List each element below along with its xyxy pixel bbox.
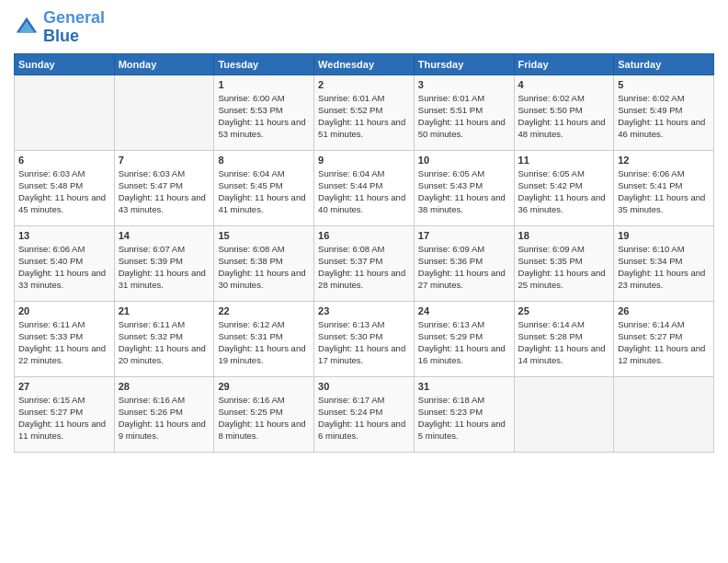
day-header-row: SundayMondayTuesdayWednesdayThursdayFrid… [15,53,714,75]
sunrise: Sunrise: 6:08 AM [318,244,384,254]
logo: General Blue [14,9,105,46]
calendar-cell: 10Sunrise: 6:05 AMSunset: 5:43 PMDayligh… [414,150,514,225]
day-header-saturday: Saturday [614,53,714,75]
daylight: Daylight: 11 hours and 36 minutes. [518,192,606,214]
day-number: 28 [119,380,210,394]
sunrise: Sunrise: 6:05 AM [418,168,484,178]
sunset: Sunset: 5:49 PM [618,105,682,115]
sunset: Sunset: 5:31 PM [218,331,282,341]
day-number: 10 [418,154,510,167]
day-number: 25 [518,304,610,318]
sunset: Sunset: 5:29 PM [418,331,483,341]
sunset: Sunset: 5:45 PM [218,180,282,190]
sunrise: Sunrise: 6:10 AM [618,244,684,254]
page-container: General Blue SundayMondayTuesdayWednesda… [0,0,728,462]
day-number: 23 [318,304,410,318]
sunrise: Sunrise: 6:06 AM [18,244,85,254]
week-row-5: 27Sunrise: 6:15 AMSunset: 5:27 PMDayligh… [15,376,714,452]
calendar-cell: 15Sunrise: 6:08 AMSunset: 5:38 PMDayligh… [214,225,314,301]
daylight: Daylight: 11 hours and 40 minutes. [318,192,405,214]
week-row-2: 6Sunrise: 6:03 AMSunset: 5:48 PMDaylight… [15,150,714,225]
sunrise: Sunrise: 6:02 AM [518,93,585,103]
daylight: Daylight: 11 hours and 20 minutes. [119,343,206,365]
calendar-cell: 2Sunrise: 6:01 AMSunset: 5:52 PMDaylight… [314,75,415,150]
sunset: Sunset: 5:53 PM [218,105,282,115]
calendar-cell [514,376,614,452]
daylight: Daylight: 11 hours and 22 minutes. [18,343,106,365]
sunrise: Sunrise: 6:14 AM [518,319,585,329]
sunrise: Sunrise: 6:06 AM [618,168,684,178]
day-number: 4 [518,78,610,92]
calendar-cell: 25Sunrise: 6:14 AMSunset: 5:28 PMDayligh… [514,301,614,376]
sunset: Sunset: 5:41 PM [618,180,682,190]
day-number: 31 [418,380,510,394]
header: General Blue [14,9,714,46]
daylight: Daylight: 11 hours and 5 minutes. [418,419,506,441]
sunrise: Sunrise: 6:01 AM [418,93,484,103]
calendar-cell: 22Sunrise: 6:12 AMSunset: 5:31 PMDayligh… [214,301,314,376]
day-number: 19 [618,229,710,243]
sunrise: Sunrise: 6:11 AM [18,319,85,329]
day-number: 8 [218,154,310,167]
calendar-cell: 18Sunrise: 6:09 AMSunset: 5:35 PMDayligh… [514,225,614,301]
sunrise: Sunrise: 6:08 AM [218,244,284,254]
calendar-cell [114,75,214,150]
sunrise: Sunrise: 6:07 AM [119,244,185,254]
day-number: 17 [418,229,510,243]
day-number: 16 [318,229,410,243]
daylight: Daylight: 11 hours and 53 minutes. [218,117,305,139]
calendar-cell [15,75,115,150]
calendar-table: SundayMondayTuesdayWednesdayThursdayFrid… [14,53,714,453]
calendar-cell: 8Sunrise: 6:04 AMSunset: 5:45 PMDaylight… [214,150,314,225]
day-number: 2 [318,78,410,92]
calendar-cell: 27Sunrise: 6:15 AMSunset: 5:27 PMDayligh… [15,376,115,452]
calendar-cell: 17Sunrise: 6:09 AMSunset: 5:36 PMDayligh… [414,225,514,301]
logo-text: General Blue [43,9,105,46]
week-row-4: 20Sunrise: 6:11 AMSunset: 5:33 PMDayligh… [15,301,714,376]
day-number: 29 [218,380,310,394]
daylight: Daylight: 11 hours and 9 minutes. [119,419,206,441]
sunrise: Sunrise: 6:11 AM [119,319,185,329]
daylight: Daylight: 11 hours and 38 minutes. [418,192,506,214]
daylight: Daylight: 11 hours and 27 minutes. [418,268,506,290]
daylight: Daylight: 11 hours and 8 minutes. [218,419,305,441]
day-number: 7 [119,154,210,167]
daylight: Daylight: 11 hours and 12 minutes. [618,343,705,365]
calendar-cell: 30Sunrise: 6:17 AMSunset: 5:24 PMDayligh… [314,376,415,452]
day-number: 20 [18,304,110,318]
sunset: Sunset: 5:25 PM [218,407,282,417]
daylight: Daylight: 11 hours and 25 minutes. [518,268,606,290]
sunrise: Sunrise: 6:17 AM [318,395,384,405]
day-number: 13 [18,229,110,243]
sunset: Sunset: 5:24 PM [318,407,382,417]
calendar-cell: 11Sunrise: 6:05 AMSunset: 5:42 PMDayligh… [514,150,614,225]
daylight: Daylight: 11 hours and 14 minutes. [518,343,606,365]
daylight: Daylight: 11 hours and 33 minutes. [18,268,106,290]
day-number: 3 [418,78,510,92]
day-header-tuesday: Tuesday [214,53,314,75]
daylight: Daylight: 11 hours and 43 minutes. [119,192,206,214]
daylight: Daylight: 11 hours and 41 minutes. [218,192,305,214]
sunset: Sunset: 5:47 PM [119,180,183,190]
sunrise: Sunrise: 6:16 AM [119,395,185,405]
sunset: Sunset: 5:27 PM [618,331,682,341]
sunset: Sunset: 5:28 PM [518,331,583,341]
calendar-cell: 29Sunrise: 6:16 AMSunset: 5:25 PMDayligh… [214,376,314,452]
daylight: Daylight: 11 hours and 19 minutes. [218,343,305,365]
day-header-thursday: Thursday [414,53,514,75]
calendar-cell: 5Sunrise: 6:02 AMSunset: 5:49 PMDaylight… [614,75,714,150]
sunset: Sunset: 5:33 PM [18,331,83,341]
daylight: Daylight: 11 hours and 23 minutes. [618,268,705,290]
sunrise: Sunrise: 6:03 AM [119,168,185,178]
sunrise: Sunrise: 6:15 AM [18,395,85,405]
sunrise: Sunrise: 6:13 AM [318,319,384,329]
calendar-cell: 24Sunrise: 6:13 AMSunset: 5:29 PMDayligh… [414,301,514,376]
calendar-cell: 12Sunrise: 6:06 AMSunset: 5:41 PMDayligh… [614,150,714,225]
sunset: Sunset: 5:52 PM [318,105,382,115]
sunset: Sunset: 5:36 PM [418,256,483,266]
sunrise: Sunrise: 6:04 AM [218,168,284,178]
calendar-cell: 14Sunrise: 6:07 AMSunset: 5:39 PMDayligh… [114,225,214,301]
day-number: 26 [618,304,710,318]
sunrise: Sunrise: 6:16 AM [218,395,284,405]
sunset: Sunset: 5:48 PM [18,180,83,190]
